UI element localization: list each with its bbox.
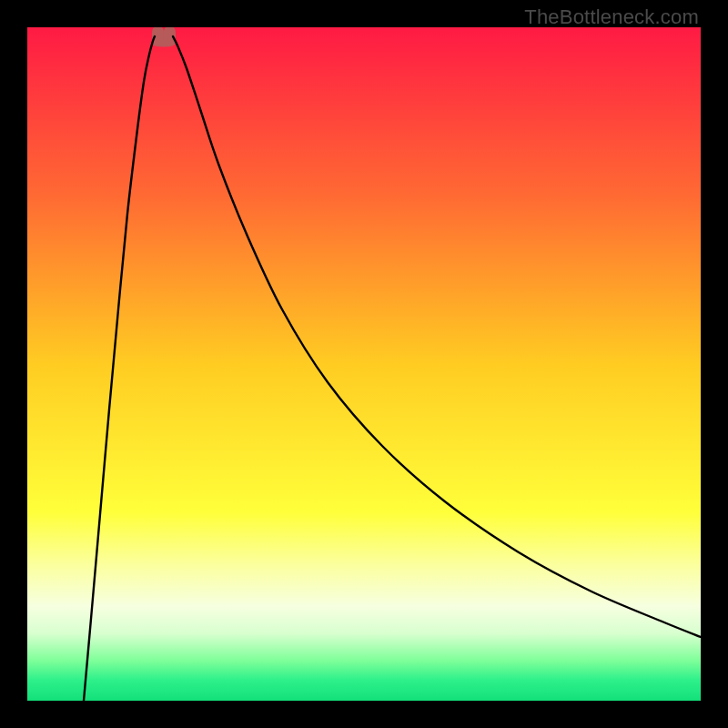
gradient-background xyxy=(27,27,701,701)
watermark-text: TheBottleneck.com xyxy=(524,5,699,29)
bottleneck-chart xyxy=(27,27,701,701)
